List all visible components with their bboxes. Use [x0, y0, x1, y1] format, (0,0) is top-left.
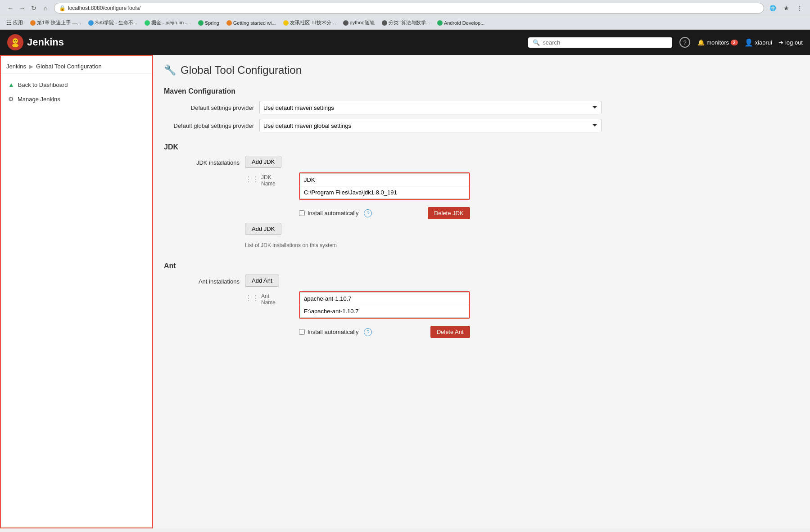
jdk-name-sublabel: Name: [261, 180, 297, 187]
drag-handle-icon[interactable]: ⋮⋮: [245, 172, 259, 184]
notifications-label: monitors: [706, 39, 729, 46]
bookmark-star-button[interactable]: ★: [781, 3, 791, 13]
bookmark-5[interactable]: Getting started wi...: [224, 19, 279, 27]
home-button[interactable]: ⌂: [41, 3, 50, 13]
sidebar-item-dashboard[interactable]: ▲ Back to Dashboard: [1, 77, 152, 92]
refresh-button[interactable]: ↻: [29, 3, 39, 13]
jdk-installations-label: JDK installations: [164, 156, 245, 166]
logout-button[interactable]: ➔ log out: [778, 39, 803, 46]
search-box[interactable]: 🔍: [528, 37, 672, 48]
bookmark-8[interactable]: 分类: 算法与数学...: [379, 18, 433, 27]
jdk-java-home-input[interactable]: [300, 186, 469, 199]
user-icon: 👤: [744, 38, 753, 47]
add-jdk-button-bottom[interactable]: Add JDK: [245, 223, 281, 235]
bookmark-6-icon: [283, 20, 289, 26]
menu-button[interactable]: ⋮: [795, 3, 805, 13]
jenkins-logo[interactable]: Jenkins: [7, 34, 64, 50]
bookmark-8-icon: [382, 20, 387, 26]
search-icon: 🔍: [533, 39, 540, 46]
ant-fields: Install automatically ? Delete Ant: [299, 291, 470, 338]
url-text: localhost:8080/configureTools/: [68, 5, 140, 11]
page-title-row: 🔧 Global Tool Configuration: [164, 64, 799, 77]
bookmark-6[interactable]: 友讯社区_IT技术分...: [281, 18, 339, 27]
bookmark-8-label: 分类: 算法与数学...: [389, 19, 430, 26]
jdk-info-text: List of JDK installations on this system: [245, 242, 799, 248]
bookmark-1[interactable]: 第1章 快速上手 —...: [27, 18, 84, 27]
translate-button[interactable]: 🌐: [768, 3, 778, 13]
jdk-help-button[interactable]: ?: [364, 209, 372, 217]
apps-grid-icon: ☷: [6, 19, 12, 26]
ant-help-button[interactable]: ?: [364, 328, 372, 336]
bookmark-7[interactable]: python随笔: [340, 18, 377, 27]
bookmark-4[interactable]: Spring: [195, 19, 222, 27]
jdk-installation-item: ⋮⋮ JDK Name: [245, 172, 799, 219]
ant-highlighted-inputs: [299, 291, 470, 319]
ant-installations-row: Ant installations Add Ant ⋮⋮ Ant Name: [164, 275, 799, 342]
ant-installation-item: ⋮⋮ Ant Name: [245, 291, 799, 338]
breadcrumb-current: Global Tool Configuration: [36, 63, 102, 70]
default-global-label: Default global settings provider: [164, 122, 254, 129]
bookmark-apps[interactable]: ☷ 应用: [4, 18, 26, 27]
page-title: Global Tool Configuration: [181, 64, 302, 77]
ant-drag-handle-icon[interactable]: ⋮⋮: [245, 291, 259, 302]
bookmark-7-label: python随笔: [350, 19, 375, 26]
jdk-name-input[interactable]: [300, 173, 469, 186]
add-jdk-button-top[interactable]: Add JDK: [245, 156, 281, 168]
bookmark-2-icon: [88, 20, 94, 26]
bookmark-9[interactable]: Android Develop...: [434, 19, 488, 27]
default-settings-select[interactable]: Use default maven settings: [259, 101, 602, 114]
sidebar-item-manage[interactable]: ⚙ Manage Jenkins: [1, 92, 152, 106]
jenkins-app-name: Jenkins: [27, 36, 64, 48]
ant-name-col: Ant Name: [261, 291, 297, 306]
svg-point-1: [12, 44, 18, 47]
delete-ant-button[interactable]: Delete Ant: [430, 326, 470, 338]
home-icon: ▲: [8, 81, 14, 88]
jdk-highlighted-inputs: [299, 172, 470, 200]
logout-icon: ➔: [778, 39, 783, 46]
ant-installations-content: Add Ant ⋮⋮ Ant Name: [245, 275, 799, 342]
back-button[interactable]: ←: [5, 3, 15, 13]
jdk-auto-install-checkbox[interactable]: [299, 210, 305, 216]
ant-auto-install-checkbox[interactable]: [299, 329, 305, 335]
browser-bar: ← → ↻ ⌂ 🔒 localhost:8080/configureTools/…: [0, 0, 810, 16]
jdk-installations-content: Add JDK ⋮⋮ JDK Name: [245, 156, 799, 248]
bell-icon: 🔔: [697, 39, 705, 46]
wrench-icon: 🔧: [164, 64, 176, 76]
jdk-section-title: JDK: [164, 143, 799, 151]
bookmark-3[interactable]: 掘金 - juejin.im -...: [142, 18, 194, 27]
bookmarks-bar: ☷ 应用 第1章 快速上手 —... SiKi学院 - 生命不... 掘金 - …: [0, 16, 810, 30]
nav-buttons: ← → ↻ ⌂: [5, 3, 50, 13]
forward-button[interactable]: →: [17, 3, 27, 13]
lock-icon: 🔒: [59, 5, 66, 11]
sidebar-dashboard-label: Back to Dashboard: [18, 81, 68, 88]
search-input[interactable]: [543, 39, 668, 46]
ant-install-wrapper: ⋮⋮ Ant Name: [245, 291, 470, 338]
ant-section: Ant Ant installations Add Ant ⋮⋮ Ant Nam…: [164, 262, 799, 342]
default-global-select[interactable]: Use default maven global settings: [259, 119, 602, 132]
main-content: 🔧 Global Tool Configuration Maven Config…: [153, 55, 810, 528]
jenkins-header: Jenkins 🔍 ? 🔔 monitors 2 👤 xiaorui ➔ log…: [0, 30, 810, 55]
ant-home-input[interactable]: [300, 305, 469, 318]
bookmark-4-icon: [198, 20, 204, 26]
help-button[interactable]: ?: [679, 37, 690, 48]
bookmark-5-icon: [226, 20, 232, 26]
notifications-area[interactable]: 🔔 monitors 2: [697, 39, 738, 46]
svg-point-0: [13, 38, 18, 44]
bookmark-2-label: SiKi学院 - 生命不...: [95, 19, 137, 26]
default-settings-row: Default settings provider Use default ma…: [164, 101, 799, 114]
address-bar[interactable]: 🔒 localhost:8080/configureTools/: [54, 3, 764, 14]
breadcrumb: Jenkins ▶ Global Tool Configuration: [1, 59, 152, 74]
header-actions: 🔔 monitors 2 👤 xiaorui ➔ log out: [697, 38, 803, 47]
add-ant-button-top[interactable]: Add Ant: [245, 275, 279, 287]
bookmark-3-label: 掘金 - juejin.im -...: [151, 19, 191, 26]
user-area[interactable]: 👤 xiaorui: [744, 38, 772, 47]
bookmark-3-icon: [145, 20, 150, 26]
bookmark-2[interactable]: SiKi学院 - 生命不...: [86, 18, 140, 27]
jdk-section: JDK JDK installations Add JDK ⋮⋮ JDK Nam…: [164, 143, 799, 248]
ant-name-sublabel: Name: [261, 299, 297, 306]
notifications-badge: 2: [731, 40, 738, 45]
delete-jdk-button[interactable]: Delete JDK: [428, 207, 470, 219]
ant-name-input[interactable]: [300, 292, 469, 305]
jdk-auto-install-row: Install automatically ?: [299, 209, 372, 217]
breadcrumb-home[interactable]: Jenkins: [6, 63, 26, 70]
